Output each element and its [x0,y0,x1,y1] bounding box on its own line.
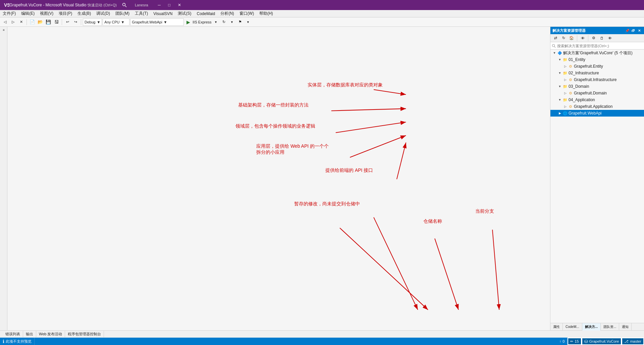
annotation-domain: 领域层，包含每个操作领域的业务逻辑 [235,123,315,129]
se-sync-btn[interactable]: ⇄ [552,34,559,42]
save-all-btn[interactable]: 🖫 [53,18,60,26]
expand-domain-folder[interactable]: ▼ [557,85,562,88]
run-btn[interactable]: ▶ [184,18,192,26]
se-float-btn[interactable]: 🗗 [631,28,636,33]
se-filter-btn[interactable]: ⚙ [590,34,597,42]
annotation-app: 应用层，提供给 Web API 的一个个 拆分的小应用 [256,143,329,155]
se-preview-btn[interactable]: 👁 [606,34,613,42]
branch-box[interactable]: ⎇ master [622,338,644,345]
folder-icon-app: 📁 [562,98,568,102]
tree-item-infra-folder[interactable]: ▼ 📁 02_Infrastructure [550,70,644,76]
pending-changes-box[interactable]: ✏ 15 [568,338,581,345]
menu-m[interactable]: 团队(M) [113,10,132,17]
menu-e[interactable]: 编辑(E) [18,10,37,17]
cancel-btn[interactable]: ✕ [17,18,25,26]
tree-item-domain-folder[interactable]: ▼ 📁 03_Domain [550,83,644,90]
tree-item-webapi[interactable]: ▶ 🌐 Grapefruit.WebApi [550,110,644,117]
project-icon-app: ⚙ [568,105,573,109]
close-button[interactable]: ✕ [175,1,184,9]
menu-w[interactable]: 窗口(W) [237,10,257,17]
quick-launch-label: 快速启动 (Ctrl+Q) [86,3,118,8]
se-props-btn[interactable]: 🗒 [598,34,605,42]
tab-package-manager[interactable]: 程序包管理器控制台 [65,331,104,337]
tree-item-solution[interactable]: ▼ 🔷 解决方案'Grapefruit.VuCore' (5 个项目) [550,50,644,56]
status-up-count[interactable]: ↑ 0 [557,338,568,345]
menu-visualsvn[interactable]: VisualSVN [151,10,175,17]
menu-b[interactable]: 生成(B) [75,10,94,17]
tab-web-publish[interactable]: Web 发布活动 [36,331,65,337]
se-search-input[interactable] [557,44,643,48]
tree-item-application[interactable]: ▷ ⚙ Grapefruit.Application [550,103,644,110]
menu-s[interactable]: 测试(S) [175,10,194,17]
svg-line-4 [374,90,406,95]
menu-v[interactable]: 视图(V) [37,10,56,17]
refresh-btn[interactable]: ↻ [220,18,228,26]
platform-arrow: ▼ [121,20,125,24]
domain-folder-label: 03_Domain [569,84,589,89]
menu-h[interactable]: 帮助(H) [257,10,276,17]
app-folder-label: 04_Application [569,97,595,102]
expand-entity[interactable]: ▷ [562,65,568,68]
se-tab-notify[interactable]: 通知 [619,323,632,331]
repo-name-box[interactable]: ⛁ Grapefruit.VuCore [582,338,622,345]
expand-app[interactable]: ▷ [562,105,568,108]
infra-label: Grapefruit.Infrastructure [574,77,616,82]
menu-f[interactable]: 文件(F) [0,10,18,17]
menu-t[interactable]: 工具(T) [132,10,151,17]
se-search-bar [550,42,644,50]
forward-btn[interactable]: ▷ [9,18,17,26]
flag-btn[interactable]: ⚑ [236,18,244,26]
se-tab-team[interactable]: 团队资... [601,323,619,331]
se-refresh-btn[interactable]: ↻ [560,34,567,42]
annotation-branch: 当前分支 [475,208,494,214]
se-close-btn[interactable]: ✕ [637,28,642,33]
vertical-tool1[interactable]: ≡ [1,28,6,32]
undo-btn[interactable]: ↩ [64,18,71,26]
se-pin-btn[interactable]: 📌 [625,28,630,33]
redo-btn[interactable]: ↪ [72,18,79,26]
webapi-label: Grapefruit.WebApi [569,111,602,116]
maximize-button[interactable]: □ [165,1,174,9]
new-file-btn[interactable]: 📄 [29,18,36,26]
flag-arrow[interactable]: ▼ [245,18,252,26]
refresh-arrow[interactable]: ▼ [228,18,236,26]
expand-app-folder[interactable]: ▼ [557,98,562,101]
bottom-panel: 错误列表 输出 Web 发布活动 程序包管理器控制台 [0,330,644,338]
menu-codemaid[interactable]: CodeMaid [194,10,218,17]
tree-item-entity-folder[interactable]: ▼ 📁 01_Entity [550,56,644,63]
open-btn[interactable]: 📂 [37,18,44,26]
debug-dropdown[interactable]: Debug ▼ [83,18,102,26]
tab-error-list[interactable]: 错误列表 [3,331,23,337]
branch-icon: ⎇ [624,339,629,344]
se-toolbar: ⇄ ↻ 🏠 👁 ⚙ 🗒 👁 [550,34,644,42]
status-text: 此项不支持预览 [6,339,32,344]
menu-n[interactable]: 分析(N) [218,10,237,17]
se-home-btn[interactable]: 🏠 [568,34,575,42]
se-tab-solution[interactable]: 解决方... [582,323,601,331]
se-tab-codemaid[interactable]: CodeM... [563,323,582,331]
repo-name-text: Grapefruit.VuCore [589,339,619,343]
menu-d[interactable]: 调试(D) [94,10,113,17]
tree-item-grapefruit-entity[interactable]: ▷ ⚙ Grapefruit.Entity [550,63,644,70]
tree-item-domain[interactable]: ▷ ⚙ Grapefruit.Domain [550,90,644,96]
svg-point-14 [552,44,555,47]
minimize-button[interactable]: ─ [155,1,164,9]
run-arrow[interactable]: ▼ [212,18,220,26]
save-btn[interactable]: 💾 [45,18,52,26]
expand-entity-folder[interactable]: ▼ [557,58,562,61]
se-title-controls: 📌 🗗 ✕ [625,28,642,33]
tree-item-infrastructure[interactable]: ▷ ⚙ Grapefruit.Infrastructure [550,76,644,83]
expand-infra[interactable]: ▷ [562,78,568,81]
tree-item-app-folder[interactable]: ▼ 📁 04_Application [550,96,644,103]
platform-dropdown[interactable]: Any CPU ▼ [103,18,129,26]
tab-output[interactable]: 输出 [23,331,36,337]
se-show-all-btn[interactable]: 👁 [579,34,586,42]
se-tab-properties[interactable]: 属性 [550,323,563,331]
expand-solution[interactable]: ▼ [552,51,557,55]
expand-infra-folder[interactable]: ▼ [557,71,562,75]
back-btn[interactable]: ◁ [1,18,9,26]
project-dropdown[interactable]: Grapefruit.WebApi ▼ [130,18,184,26]
menu-p[interactable]: 项目(P) [56,10,75,17]
expand-domain[interactable]: ▷ [562,91,568,95]
expand-webapi[interactable]: ▶ [557,112,562,115]
